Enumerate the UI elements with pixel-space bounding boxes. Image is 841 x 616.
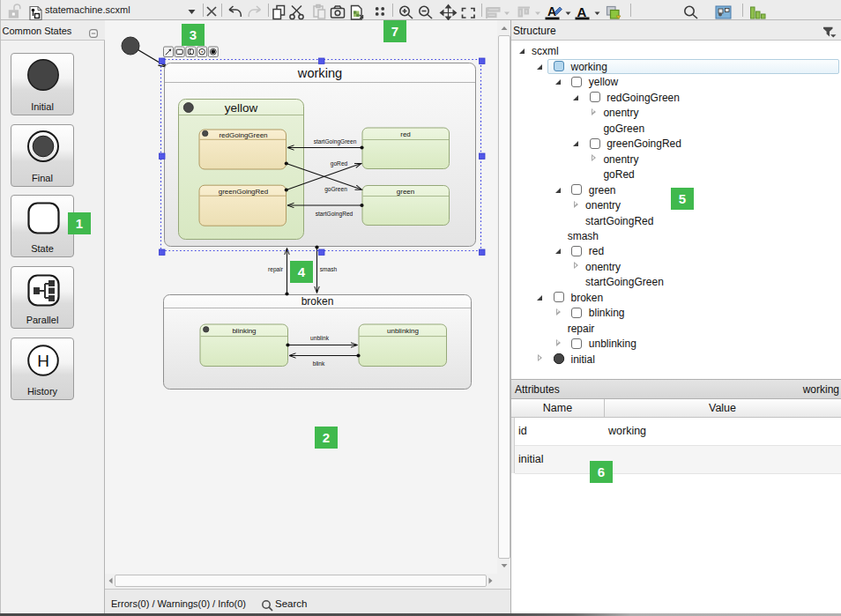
svg-text:startGoingRed: startGoingRed [316,211,354,218]
svg-text:startGoingGreen: startGoingGreen [314,138,357,145]
svg-text:green: green [397,188,414,196]
svg-text:greenGoingRed: greenGoingRed [219,188,268,196]
svg-text:blink: blink [313,360,325,367]
svg-text:unblink: unblink [310,335,330,341]
svg-text:goGreen: goGreen [324,186,347,193]
svg-text:repair: repair [268,266,284,273]
svg-text:smash: smash [320,266,338,272]
svg-text:A: A [577,4,587,19]
svg-text:goRed: goRed [331,160,348,167]
svg-text:yellow: yellow [225,101,258,115]
svg-text:redGoingGreen: redGoingGreen [219,131,267,139]
svg-text:blinking: blinking [232,327,256,335]
svg-text:working: working [297,66,342,80]
svg-text:red: red [400,130,411,138]
svg-text:H: H [37,352,49,370]
svg-text:broken: broken [301,295,334,308]
svg-text:unblinking: unblinking [387,327,419,335]
